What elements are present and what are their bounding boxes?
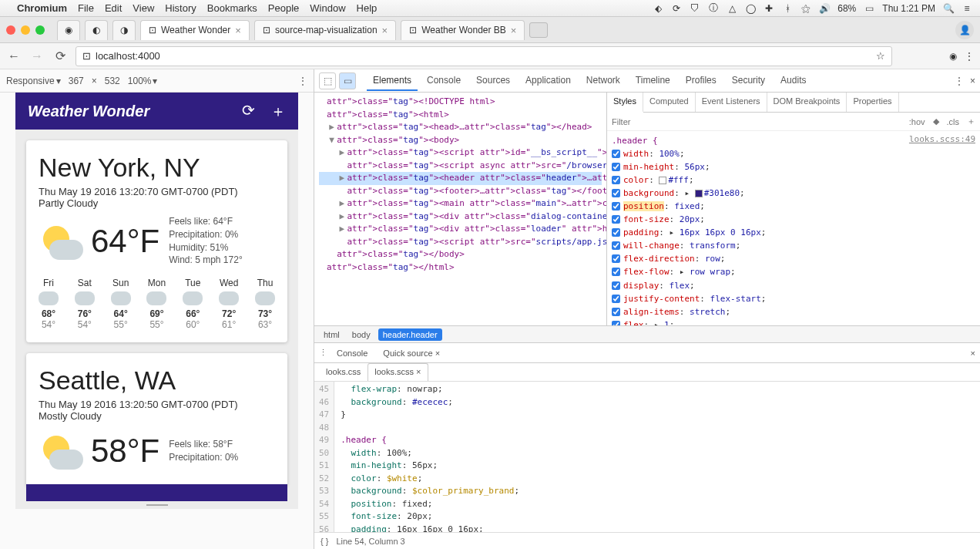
dom-node[interactable]: ▼attr">class="tag"><body> (319, 134, 602, 147)
zoom-window[interactable] (35, 25, 45, 35)
css-declaration[interactable]: flex-direction: row; (612, 252, 975, 265)
device-selector[interactable]: Responsive ▾ (6, 76, 61, 86)
pinned-tab-firefox[interactable]: ◐ (85, 20, 108, 40)
decl-toggle[interactable] (612, 321, 620, 325)
device-menu-icon[interactable]: ⋮ (298, 76, 307, 86)
crumb-body[interactable]: body (347, 328, 375, 341)
shield-icon[interactable]: ⛉ (690, 3, 700, 14)
refresh-icon[interactable]: ⟳ (242, 101, 255, 122)
chrome-icon[interactable]: ◯ (745, 3, 756, 14)
dropbox-icon[interactable]: ⬖ (653, 3, 663, 14)
info-icon[interactable]: ⓘ (708, 3, 719, 14)
close-window[interactable] (6, 25, 15, 35)
tab-properties[interactable]: Properties (847, 93, 898, 112)
drawer-close-icon[interactable]: × (971, 349, 975, 358)
dom-node[interactable]: attr">class="tag"><html> (319, 109, 602, 122)
star-icon[interactable]: ☆ (876, 50, 885, 62)
close-tab-icon[interactable]: × (235, 25, 241, 36)
panel-elements[interactable]: Elements (367, 71, 418, 91)
tab-weather-wonder[interactable]: ⊡ Weather Wonder × (140, 20, 250, 40)
source-editor[interactable]: 45464748495051525354555657585960 flex-wr… (314, 382, 980, 532)
pinned-tab-github[interactable]: ◉ (57, 20, 80, 40)
volume-icon[interactable]: 🔊 (819, 3, 830, 14)
decl-toggle[interactable] (612, 241, 620, 250)
dom-node[interactable]: ▶attr">class="tag"><div attr">class="loa… (319, 223, 602, 236)
url-input[interactable]: ⊡ localhost:4000 ☆ (76, 46, 892, 66)
dom-node[interactable]: attr">class="tag"><script attr">src="scr… (319, 236, 602, 249)
menu-people[interactable]: People (268, 2, 299, 14)
css-declaration[interactable]: color: #fff; (612, 173, 975, 187)
menu-file[interactable]: File (78, 2, 94, 14)
drawer-menu-icon[interactable]: ⋮ (319, 348, 327, 358)
drawer-tab-quicksource[interactable]: Quick source × (377, 345, 446, 361)
panel-profiles[interactable]: Profiles (680, 71, 723, 91)
battery-icon[interactable]: ▭ (864, 3, 874, 14)
decl-toggle[interactable] (612, 228, 620, 237)
panel-timeline[interactable]: Timeline (629, 71, 676, 91)
css-declaration[interactable]: flex: ▸ 1; (612, 318, 975, 325)
decl-toggle[interactable] (612, 254, 620, 263)
menu-bookmarks[interactable]: Bookmarks (207, 2, 257, 14)
css-declaration[interactable]: flex-flow: ▸ row wrap; (612, 265, 975, 278)
styles-pane[interactable]: looks.scss:49 .header { width: 100%; min… (607, 131, 980, 325)
menu-help[interactable]: Help (357, 2, 378, 14)
decl-toggle[interactable] (612, 281, 620, 290)
back-button[interactable]: ← (6, 49, 22, 63)
decl-toggle[interactable] (612, 202, 620, 211)
css-declaration[interactable]: display: flex; (612, 279, 975, 292)
tab-computed[interactable]: Computed (643, 93, 696, 112)
zoom-selector[interactable]: 100% ▾ (128, 76, 158, 86)
dom-node[interactable]: attr">class="tag"></html> (319, 261, 602, 274)
decl-toggle[interactable] (612, 189, 620, 197)
decl-toggle[interactable] (612, 295, 620, 303)
close-icon[interactable]: × (416, 367, 421, 376)
reload-button[interactable]: ⟳ (52, 49, 68, 63)
device-toggle-icon[interactable]: ▭ (339, 72, 356, 89)
new-tab-button[interactable] (529, 22, 548, 38)
drive-icon[interactable]: △ (727, 3, 737, 14)
menu-window[interactable]: Window (310, 2, 345, 14)
menu-view[interactable]: View (133, 2, 154, 14)
forward-button[interactable]: → (29, 49, 45, 63)
decl-toggle[interactable] (612, 163, 620, 171)
dom-node[interactable]: attr">class="tag"><!DOCTYPE html> (319, 96, 602, 109)
menu-edit[interactable]: Edit (105, 2, 122, 14)
css-declaration[interactable]: align-items: stretch; (612, 305, 975, 318)
viewport-width[interactable]: 367 (69, 76, 84, 86)
css-declaration[interactable]: position: fixed; (612, 200, 975, 213)
tab-event-listeners[interactable]: Event Listeners (696, 93, 767, 112)
panel-sources[interactable]: Sources (470, 71, 516, 91)
dom-node[interactable]: ▶attr">class="tag"><div attr">class="dia… (319, 211, 602, 224)
wifi-icon[interactable]: ⚝ (800, 3, 811, 14)
braces-icon[interactable]: { } (321, 537, 328, 546)
dom-node[interactable]: ▶attr">class="tag"><header attr">class="… (319, 172, 602, 185)
dom-node[interactable]: ▶attr">class="tag"><main attr">class="ma… (319, 197, 602, 211)
close-tab-icon[interactable]: × (382, 25, 388, 36)
css-declaration[interactable]: font-size: 20px; (612, 213, 975, 226)
panel-application[interactable]: Application (519, 71, 577, 91)
menu-history[interactable]: History (165, 2, 196, 14)
dom-node[interactable]: attr">class="tag"></body> (319, 248, 602, 261)
css-declaration[interactable]: justify-content: flex-start; (612, 292, 975, 305)
minimize-window[interactable] (21, 25, 30, 35)
devtools-close-icon[interactable]: × (970, 76, 975, 86)
spotlight-icon[interactable]: 🔍 (943, 3, 954, 14)
css-declaration[interactable]: min-height: 56px; (612, 160, 975, 173)
dom-node[interactable]: attr">class="tag"><footer>…attr">class="… (319, 185, 602, 198)
panel-console[interactable]: Console (421, 71, 467, 91)
close-icon[interactable]: × (435, 349, 440, 358)
viewport-height[interactable]: 532 (105, 76, 120, 86)
browser-menu-icon[interactable]: ⋮ (965, 51, 974, 62)
add-icon[interactable]: ＋ (270, 101, 286, 122)
menu-icon[interactable]: ≡ (962, 3, 972, 14)
dom-node[interactable]: attr">class="tag"><script async attr">sr… (319, 160, 602, 173)
battery-pct[interactable]: 68% (837, 3, 856, 14)
css-declaration[interactable]: padding: ▸ 16px 16px 0 16px; (612, 226, 975, 239)
clock[interactable]: Thu 1:21 PM (882, 3, 935, 14)
devtools-menu-icon[interactable]: ⋮ (955, 76, 964, 86)
panel-audits[interactable]: Audits (774, 71, 812, 91)
color-icon[interactable]: ◆ (933, 116, 939, 126)
add-rule-icon[interactable]: ＋ (967, 116, 975, 127)
inspect-icon[interactable]: ⬚ (319, 72, 336, 89)
pinned-tab-misc[interactable]: ◑ (112, 20, 136, 40)
